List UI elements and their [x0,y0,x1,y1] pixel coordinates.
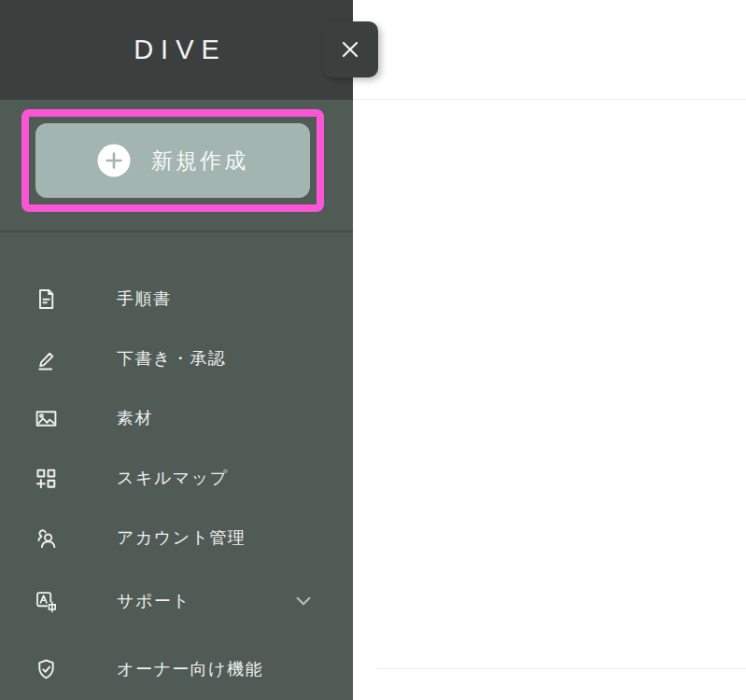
sidebar-item-materials[interactable]: 素材 [0,388,353,448]
sidebar-item-label: 下書き・承認 [117,347,226,370]
sidebar-menu: 手順書 下書き・承認 素材 [0,269,353,699]
page-header-divider [353,99,746,100]
sidebar-item-label: サポート [117,590,190,612]
create-new-label: 新規作成 [151,147,248,175]
sidebar: DIVE 新規作成 [0,0,353,700]
sidebar-item-drafts-approval[interactable]: 下書き・承認 [0,329,353,388]
highlight-annotation-box: 新規作成 [21,109,324,212]
close-icon [338,37,362,62]
sidebar-item-label: アカウント管理 [117,526,246,549]
chevron-down-icon[interactable] [293,591,314,611]
sidebar-item-owner-features[interactable]: オーナー向け機能 [0,639,353,699]
shield-check-icon [34,657,59,682]
sidebar-item-label: 素材 [117,407,153,429]
close-sidebar-button[interactable] [322,21,378,77]
sidebar-section-divider [0,231,353,232]
sidebar-item-label: スキルマップ [117,467,229,489]
pencil-draft-icon [34,346,59,371]
sidebar-item-label: 手順書 [117,287,172,310]
page-content-divider [376,668,746,669]
sidebar-item-account-management[interactable]: アカウント管理 [0,508,353,567]
translate-support-icon [34,589,59,614]
image-icon [34,406,59,431]
sidebar-item-skill-map[interactable]: スキルマップ [0,448,353,508]
skill-map-grid-icon [34,466,59,491]
accounts-people-icon [34,525,59,551]
plus-circle-icon [97,144,131,177]
sidebar-item-label: オーナー向け機能 [117,658,263,680]
sidebar-item-manuals[interactable]: 手順書 [0,269,353,329]
create-new-button[interactable]: 新規作成 [35,123,310,198]
app-title: DIVE [126,35,227,65]
sidebar-header: DIVE [0,0,353,100]
sidebar-item-support[interactable]: サポート [0,571,353,631]
document-icon [34,287,59,312]
page-content-area [353,0,746,700]
